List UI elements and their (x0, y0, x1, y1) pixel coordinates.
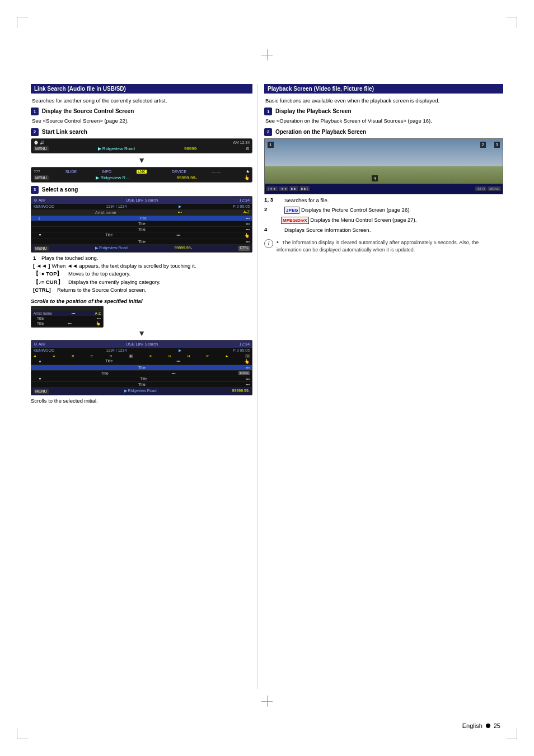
usb-item-a3[interactable]: Title ••• CTRL (31, 371, 252, 376)
pb-label-4: 4 (372, 175, 377, 181)
usb-header-2: ⊙ AM USB Link Search 12:34 (31, 340, 252, 348)
info-item-4: 4 Displays Source Information Screen. (264, 226, 503, 234)
corner-mark-bl (17, 728, 28, 739)
usb-item-2[interactable]: Title ••• (31, 221, 252, 227)
left-column: Link Search (Audio file in USB/SD) Searc… (31, 84, 257, 689)
info-item-1: 1, 3 Searches for a file. (264, 197, 503, 204)
info-circle-icon: i (264, 239, 273, 248)
mpeg-badge: MPEG/DivX (281, 217, 309, 224)
note-4: 【♪≡ CUR】 Displays the currently playing … (33, 279, 252, 286)
right-step2-title: 2 Operation on the Playback Screen (264, 128, 503, 136)
step3-circle: 3 (31, 186, 39, 194)
right-section-header: Playback Screen (Video file, Picture fil… (264, 84, 503, 94)
usb-footer: MENU ▶ Ridgeview Road 99999.99- CTRL (31, 245, 252, 252)
step2-circle: 2 (31, 128, 39, 136)
usb-item-a4[interactable]: ▼ Title ••• (31, 376, 252, 382)
crosshair-bottom (261, 696, 273, 707)
usb-link-screen-2: ⊙ AM USB Link Search 12:34 KENWOOD 1234 … (31, 340, 252, 395)
alpha-strip[interactable]: ◄ A B C D E F G H P ► ✕ (31, 353, 252, 358)
usb-item-a1[interactable]: ▲ Title ••• 👆 (31, 358, 252, 365)
usb-link-screen: ⊙ AM USB Link Search 12:34 KENWOOD 1234 … (31, 196, 252, 253)
note-2: [ ◄◄ ] When ◄◄ appears, the text display… (33, 263, 252, 269)
usb-item-a2[interactable]: Title ••• (31, 365, 252, 371)
left-section-header: Link Search (Audio file in USB/SD) (31, 84, 252, 94)
crosshair-top (261, 49, 273, 60)
step1-title: 1 Display the Source Control Screen (31, 108, 252, 115)
scrolls-title: Scrolls to the position of the specified… (31, 298, 252, 304)
pb-label-2: 2 (480, 142, 486, 148)
device-screen-1: ⌚ 🔊 AM 12:34 MENU ▶ Ridgeview Road 99999… (31, 138, 252, 153)
left-section-desc: Searches for another song of the current… (31, 97, 252, 104)
note-1: 1 Plays the touched song. (33, 255, 252, 262)
playback-image-inner: 1 2 3 4 |◄◄ ◄◄ ▶▶ ▶▶| INFO MENU (265, 139, 503, 194)
note-3: 【↑● TOP】 Moves to the top category. (33, 270, 252, 277)
right-step2-circle: 2 (264, 128, 272, 136)
usb-item-3[interactable]: Title ••• (31, 227, 252, 232)
pb-label-3: 3 (494, 142, 500, 148)
small-screens-row: -- -- -- Artist name ••• A-Z Title••• Ti… (31, 306, 252, 328)
usb-item-1[interactable]: 1 Title ••• (31, 216, 252, 221)
device-screen-2: ??? SLIDE INFO LNK DEVICE — — ★ MENU ▶ R… (31, 167, 252, 183)
notes-list: 1 Plays the touched song. [ ◄◄ ] When ◄◄… (31, 255, 252, 294)
page-dot (486, 724, 490, 728)
usb-artist: Artist name ••• A-Z (31, 209, 252, 216)
right-step1-circle: 1 (264, 108, 272, 115)
usb-header: ⊙ AM USB Link Search 12:34 (31, 197, 252, 204)
corner-mark-tl (17, 17, 28, 28)
device-screen-1-row1: MENU ▶ Ridgeview Road 99999 ⊙ (34, 146, 250, 151)
items-list: 1, 3 Searches for a file. 2 JPEG Display… (264, 197, 503, 234)
step2-title: 2 Start Link search (31, 128, 252, 136)
usb-subheader: KENWOOD 1234 / 1234 ▶ P:0 00:05 (31, 204, 252, 209)
right-step1-title: 1 Display the Playback Screen (264, 108, 503, 115)
language-label: English (462, 722, 483, 729)
usb-item-a5[interactable]: Title ••• (31, 382, 252, 388)
info-item-2: 2 JPEG Displays the Picture Control Scre… (264, 206, 503, 214)
usb-subheader-2: KENWOOD 1234 / 1234 ▶ P:0 00:05 (31, 348, 252, 353)
scrolls-note: Scrolls to the selected initial. (31, 398, 252, 404)
device-screen-2-controls: ??? SLIDE INFO LNK DEVICE — — ★ (34, 169, 250, 174)
pb-label-1: 1 (268, 142, 273, 148)
right-column: Playback Screen (Video file, Picture fil… (257, 84, 503, 689)
info-item-mpeg: MPEG/DivX Displays the Menu Control Scre… (281, 216, 503, 224)
usb-item-4[interactable]: ▼ Title ••• 👆 (31, 232, 252, 239)
usb-footer-2: MENU ▶ Ridgeview Road 99999.99- (31, 388, 252, 395)
right-section-desc: Basic functions are available even when … (264, 97, 503, 104)
playback-image: 1 2 3 4 |◄◄ ◄◄ ▶▶ ▶▶| INFO MENU (264, 138, 503, 194)
note-box: i • The information display is cleared a… (264, 239, 503, 254)
right-step1-desc: See <Operation on the Playback Screen of… (264, 117, 503, 124)
corner-mark-tr (506, 17, 517, 28)
usb-item-5[interactable]: Title ••• (31, 239, 252, 245)
step1-circle: 1 (31, 108, 39, 115)
step1-desc: See <Source Control Screen> (page 22). (31, 117, 252, 124)
page-num: 25 (494, 722, 500, 729)
small-screen-1: -- -- -- Artist name ••• A-Z Title••• Ti… (31, 306, 104, 328)
arrow-down-1: ▼ (31, 156, 252, 165)
main-content: Link Search (Audio file in USB/SD) Searc… (31, 84, 503, 689)
jpeg-badge: JPEG (284, 207, 299, 214)
pb-toolbar: |◄◄ ◄◄ ▶▶ ▶▶| INFO MENU (265, 184, 503, 194)
device-screen-2-row2: MENU ▶ Ridgeview R... 99999.99- 👆 (34, 175, 250, 180)
page-number: English 25 (462, 722, 500, 729)
step3-title: 3 Select a song (31, 186, 252, 194)
corner-mark-br (506, 728, 517, 739)
device-screen-1-top: ⌚ 🔊 AM 12:34 (34, 141, 250, 145)
arrow-down-2: ▼ (31, 329, 252, 338)
note-5: [CTRL] Returns to the Source Control scr… (33, 287, 252, 293)
